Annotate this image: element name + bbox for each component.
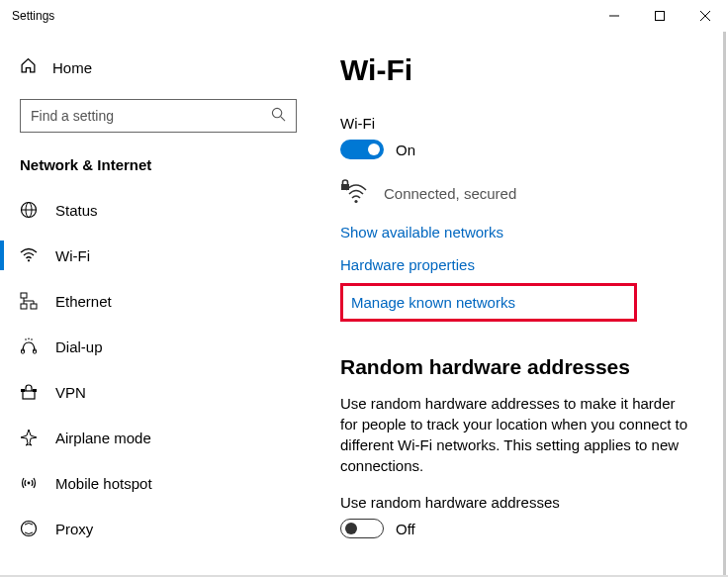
svg-point-9 [28, 259, 30, 261]
svg-rect-20 [33, 389, 37, 392]
sidebar-item-wifi[interactable]: Wi-Fi [0, 233, 317, 278]
proxy-icon [20, 520, 38, 537]
sidebar-item-hotspot[interactable]: Mobile hotspot [0, 460, 317, 506]
sidebar-item-proxy[interactable]: Proxy [0, 506, 317, 551]
svg-rect-12 [31, 304, 37, 309]
page-title: Wi-Fi [340, 53, 699, 87]
show-available-networks-link[interactable]: Show available networks [340, 224, 699, 240]
sidebar-item-label: Proxy [55, 521, 93, 537]
search-icon [271, 107, 286, 125]
sidebar-item-label: Ethernet [55, 293, 112, 310]
sidebar-item-status[interactable]: Status [0, 187, 317, 233]
svg-point-15 [25, 338, 27, 340]
sidebar-item-dialup[interactable]: Dial-up [0, 324, 317, 369]
svg-point-4 [272, 108, 281, 117]
category-header: Network & Internet [0, 150, 317, 187]
close-button[interactable] [682, 0, 728, 32]
svg-point-21 [28, 482, 31, 485]
wifi-toggle-label: Wi-Fi [340, 115, 699, 132]
svg-rect-24 [341, 184, 349, 190]
window-title: Settings [12, 9, 592, 23]
connection-status: Connected, secured [384, 185, 516, 202]
svg-point-16 [28, 337, 30, 339]
home-button[interactable]: Home [0, 48, 317, 87]
svg-rect-11 [21, 304, 27, 309]
svg-point-23 [354, 200, 357, 203]
sidebar-item-label: Wi-Fi [55, 247, 90, 264]
random-mac-toggle-state: Off [396, 521, 415, 537]
ethernet-icon [20, 292, 38, 310]
sidebar-item-label: Airplane mode [55, 430, 151, 446]
sidebar-item-label: Dial-up [55, 338, 103, 355]
svg-point-17 [31, 338, 33, 340]
manage-known-networks-link[interactable]: Manage known networks [351, 294, 515, 311]
sidebar-item-label: VPN [55, 384, 86, 401]
svg-rect-1 [656, 12, 665, 21]
status-icon [20, 201, 38, 219]
random-mac-description: Use random hardware addresses to make it… [340, 393, 696, 476]
minimize-button[interactable] [592, 0, 637, 32]
home-icon [20, 57, 37, 77]
sidebar-item-label: Mobile hotspot [55, 475, 152, 492]
highlight-box: Manage known networks [340, 283, 637, 322]
vpn-icon [20, 383, 38, 401]
svg-rect-19 [21, 389, 25, 392]
wifi-toggle-state: On [396, 142, 415, 158]
svg-line-5 [281, 117, 285, 121]
random-mac-toggle[interactable] [340, 519, 384, 538]
sidebar-item-vpn[interactable]: VPN [0, 369, 317, 415]
wifi-icon [20, 246, 38, 264]
dialup-icon [20, 337, 38, 355]
sidebar-item-ethernet[interactable]: Ethernet [0, 278, 317, 324]
wifi-toggle[interactable] [340, 140, 384, 159]
maximize-button[interactable] [637, 0, 682, 32]
hotspot-icon [20, 474, 38, 492]
random-mac-heading: Random hardware addresses [340, 355, 699, 379]
airplane-icon [20, 429, 38, 446]
sidebar-item-airplane[interactable]: Airplane mode [0, 415, 317, 460]
wifi-secured-icon [340, 179, 368, 208]
search-placeholder: Find a setting [31, 108, 114, 124]
home-label: Home [52, 59, 92, 76]
hardware-properties-link[interactable]: Hardware properties [340, 256, 699, 273]
search-input[interactable]: Find a setting [20, 99, 297, 133]
random-mac-toggle-label: Use random hardware addresses [340, 494, 699, 511]
svg-rect-10 [21, 293, 27, 298]
svg-rect-18 [23, 391, 35, 399]
sidebar-item-label: Status [55, 202, 98, 219]
